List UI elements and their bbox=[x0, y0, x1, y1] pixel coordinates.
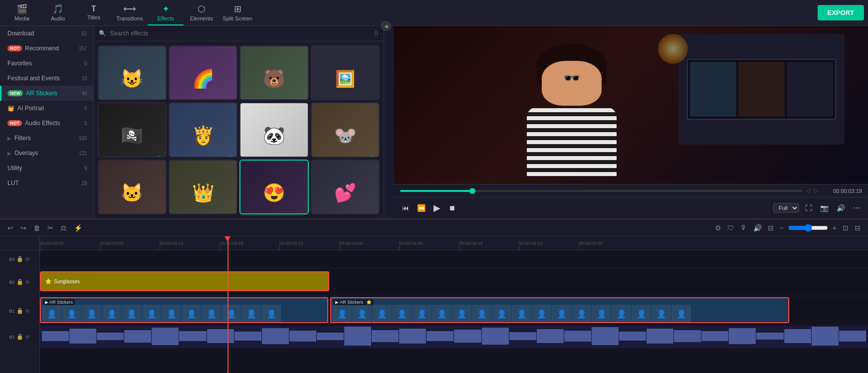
sunglasses-clip[interactable]: ⭐ Sunglasses bbox=[40, 271, 329, 291]
pearl-girl-download-badge: ⬇ bbox=[224, 156, 234, 157]
fit-button[interactable]: ⊡ bbox=[841, 222, 850, 233]
wave-19 bbox=[537, 329, 564, 343]
stop-button[interactable]: ⏹ bbox=[446, 202, 457, 214]
toolbar-split-screen[interactable]: ⊞ Split Screen bbox=[219, 0, 255, 25]
toolbar-transitions[interactable]: ⟷ Transitions bbox=[112, 0, 148, 25]
ai-portrait-label: AI Portrait bbox=[17, 105, 44, 112]
effects-grid: 😺 Shiny Cat 🌈 Rainbow Cheeks 🐻 Rainbow B… bbox=[94, 41, 384, 218]
sidebar-item-favorites[interactable]: Favorites 0 bbox=[0, 56, 93, 71]
effect-rainbow-cheeks[interactable]: 🌈 Rainbow Cheeks bbox=[169, 45, 237, 100]
ruler-times[interactable]: 00:00:03:03 00:00:03:08 00:00:03:13 00:0… bbox=[40, 236, 868, 250]
settings-button[interactable]: ⚙ bbox=[713, 222, 723, 233]
recommend-badge: HOT bbox=[7, 45, 22, 51]
ruler-mark-9: 00:00:05:00 bbox=[579, 241, 603, 246]
titles-icon: T bbox=[91, 4, 96, 13]
search-input[interactable] bbox=[110, 30, 371, 37]
b1-eye-button[interactable]: 👁 bbox=[25, 308, 30, 314]
wave-5 bbox=[152, 328, 179, 345]
b1-lock-button[interactable]: 🔒 bbox=[16, 308, 23, 314]
wave-13 bbox=[372, 330, 399, 342]
zoom-out-button[interactable]: − bbox=[778, 222, 785, 233]
screenshot-button[interactable]: 📷 bbox=[818, 202, 831, 214]
sidebar-collapse-button[interactable]: ◀ bbox=[381, 21, 391, 31]
effect-row3-4[interactable]: 💕 Heart Girl bbox=[311, 160, 380, 214]
toolbar-audio[interactable]: 🎵 Audio bbox=[40, 0, 76, 25]
zoom-select[interactable]: Full bbox=[773, 203, 799, 213]
sidebar-item-utility[interactable]: Utility 9 bbox=[0, 161, 93, 176]
collapse-button[interactable]: ⊟ bbox=[853, 222, 862, 233]
undo-button[interactable]: ↩ bbox=[6, 222, 15, 233]
split-button[interactable]: ⚡ bbox=[72, 222, 84, 233]
b3-lock-button[interactable]: 🔒 bbox=[16, 256, 23, 262]
audio-lock-button[interactable]: 🔒 bbox=[16, 334, 23, 340]
toolbar-titles[interactable]: T Titles bbox=[76, 0, 112, 25]
ar-stickers-count: 40 bbox=[82, 91, 87, 96]
delete-button[interactable]: 🗑 bbox=[32, 222, 42, 233]
progress-bar[interactable] bbox=[400, 190, 802, 192]
sidebar-item-ar-stickers[interactable]: NEW AR Stickers 40 bbox=[0, 86, 93, 101]
sidebar-item-lut[interactable]: LUT 28 bbox=[0, 176, 93, 190]
sidebar-item-download[interactable]: Download 62 bbox=[0, 26, 93, 41]
b3-eye-button[interactable]: 👁 bbox=[25, 256, 30, 262]
track-b2-content[interactable]: ⭐ Sunglasses bbox=[40, 268, 868, 296]
zoom-in-button[interactable]: + bbox=[831, 222, 838, 233]
effect-rainbow-bear[interactable]: 🐻 Rainbow Bear bbox=[239, 45, 308, 100]
wave-30 bbox=[839, 331, 866, 342]
timeline-zoom-slider[interactable] bbox=[788, 224, 828, 232]
caption-button[interactable]: ⊟ bbox=[766, 222, 775, 233]
sidebar-item-filters[interactable]: ▶ Filters 160 bbox=[0, 131, 93, 146]
more-options-button[interactable]: ⋯ bbox=[851, 202, 862, 214]
frame-back-button[interactable]: ⏪ bbox=[415, 202, 428, 214]
track-b3-content[interactable] bbox=[40, 250, 868, 268]
redo-button[interactable]: ↪ bbox=[19, 222, 28, 233]
play-button[interactable]: ▶ bbox=[432, 200, 442, 215]
toolbar-media[interactable]: 🎬 Media bbox=[4, 0, 40, 25]
effect-mouse[interactable]: 🐭 ⬇ Mouse bbox=[311, 102, 380, 157]
wave-26 bbox=[729, 328, 756, 344]
track-b1-main-content[interactable]: ▶ AR Stickers 👤 👤 👤 👤 👤 👤 👤 👤 👤 👤 👤 bbox=[40, 296, 868, 326]
sidebar-item-festival[interactable]: Festival and Events 10 bbox=[0, 71, 93, 86]
frame-c2-4: 👤 bbox=[392, 305, 412, 323]
wave-20 bbox=[564, 331, 591, 342]
track-audio-content[interactable] bbox=[40, 326, 868, 348]
lut-label: LUT bbox=[7, 180, 19, 186]
grid-view-icon[interactable]: ⠿ bbox=[374, 30, 379, 37]
adjust-button[interactable]: ⚖ bbox=[59, 222, 68, 233]
sidebar-item-ai-portrait[interactable]: 👑 AI Portrait 5 bbox=[0, 101, 93, 116]
toolbar-elements[interactable]: ⬡ Elements bbox=[184, 0, 219, 25]
effect-row3-2[interactable]: 👑 ⬇ Jewelry bbox=[169, 160, 237, 214]
wave-27 bbox=[756, 333, 783, 340]
frame-c2-6: 👤 bbox=[432, 305, 452, 323]
effect-heart-eyes[interactable]: 😍 Heart Eyes bbox=[239, 160, 308, 214]
sidebar-item-overlays[interactable]: ▶ Overlays 121 bbox=[0, 146, 93, 161]
effect-row3-1[interactable]: 🐱 ⬇ Kitty bbox=[98, 160, 167, 214]
effect-pirate[interactable]: 🏴‍☠️ ⬇ Pirate bbox=[98, 102, 167, 157]
toolbar-effects[interactable]: ✦ Effects bbox=[148, 0, 184, 25]
wave-10 bbox=[289, 331, 316, 342]
b2-eye-button[interactable]: 👁 bbox=[25, 279, 30, 285]
skip-back-button[interactable]: ⏮ bbox=[400, 202, 411, 214]
export-button[interactable]: EXPORT bbox=[818, 5, 864, 20]
fullscreen-button[interactable]: ⛶ bbox=[803, 202, 814, 214]
effect-panda[interactable]: 🐼 Panda bbox=[239, 102, 308, 157]
audio-button[interactable]: 🔊 bbox=[752, 222, 763, 233]
festival-count: 10 bbox=[82, 76, 87, 81]
clip-2-label: ▶ AR Stickers ⭐ bbox=[333, 299, 374, 305]
cut-button[interactable]: ✂ bbox=[46, 222, 55, 233]
effect-pearl-girl[interactable]: 👸 ⬇ Pearl Girl bbox=[169, 102, 237, 157]
wave-28 bbox=[784, 329, 811, 343]
sidebar-item-recommend[interactable]: HOT Recommend 157 bbox=[0, 41, 93, 56]
ar-sticker-clip-1[interactable]: ▶ AR Stickers 👤 👤 👤 👤 👤 👤 👤 👤 👤 👤 👤 bbox=[40, 297, 328, 323]
wave-11 bbox=[317, 333, 344, 340]
volume-button[interactable]: 🔊 bbox=[835, 202, 847, 214]
toolbar-audio-label: Audio bbox=[51, 15, 65, 21]
ar-sticker-clip-2[interactable]: ▶ AR Stickers ⭐ 👤 👤 👤 👤 👤 👤 👤 👤 👤 👤 bbox=[330, 297, 789, 323]
effect-rabbit[interactable]: 🖼️ Rabbit bbox=[311, 45, 380, 100]
mic-button[interactable]: 🎙 bbox=[739, 222, 749, 233]
sidebar-item-audio-effects[interactable]: HOT Audio Effects 5 bbox=[0, 116, 93, 131]
frame-8: 👤 bbox=[182, 305, 202, 323]
shield-button[interactable]: 🛡 bbox=[726, 222, 736, 233]
audio-eye-button[interactable]: 👁 bbox=[25, 334, 30, 340]
b2-lock-button[interactable]: 🔒 bbox=[16, 279, 23, 285]
effect-shiny-cat[interactable]: 😺 Shiny Cat bbox=[98, 45, 167, 100]
